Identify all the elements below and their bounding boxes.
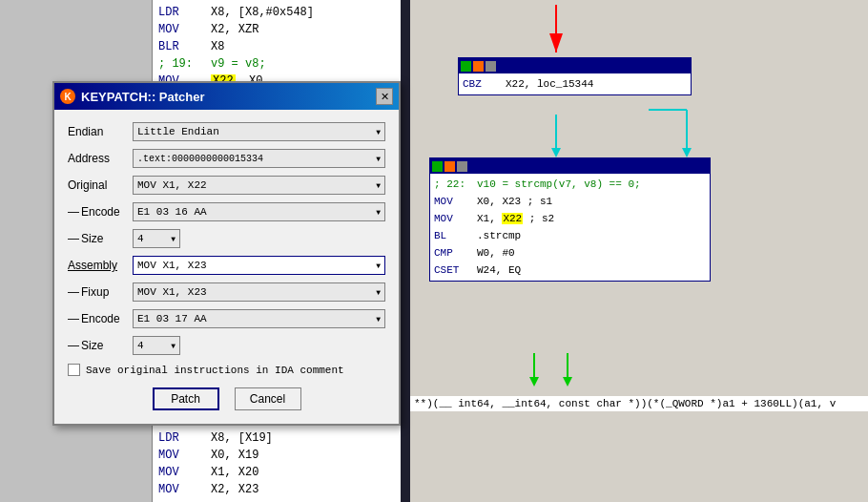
svg-marker-2 <box>551 148 561 157</box>
dialog-title-text: KEYPATCH:: Patcher <box>81 90 205 104</box>
size-dropdown-arrow-2: ▼ <box>171 342 176 350</box>
encode-sublabel-2: Encode <box>81 312 133 325</box>
graph-node-header-1 <box>459 58 691 73</box>
node2-line-cset: CSET W24, EQ <box>434 261 706 279</box>
original-dropdown[interactable]: MOV X1, X22 ▼ <box>133 176 385 195</box>
checkbox-row: Save original instructions in IDA commen… <box>68 364 385 376</box>
node-icon-green2 <box>432 161 443 172</box>
fixup-dropdown[interactable]: MOV X1, X23 ▼ <box>133 282 385 302</box>
save-comment-checkbox[interactable] <box>68 364 80 376</box>
dialog-titlebar: K KEYPATCH:: Patcher ✕ <box>54 83 399 110</box>
graph-area: CBZ X22, loc_15344 ; 22: v10 = strcmp(v7… <box>410 0 868 502</box>
size-sublabel-1: Size <box>81 232 133 245</box>
dialog-title-left: K KEYPATCH:: Patcher <box>60 89 205 104</box>
encode-dropdown-1[interactable]: E1 03 16 AA ▼ <box>133 202 385 221</box>
node2-content: ; 22: v10 = strcmp(v7, v8) == 0; MOV X0,… <box>430 174 710 281</box>
close-button[interactable]: ✕ <box>376 88 393 105</box>
endian-row: Endian Little Endian ▼ <box>68 121 385 142</box>
encode-dropdown-arrow-2: ▼ <box>376 315 381 324</box>
node1-line: CBZ X22, loc_15344 <box>463 75 687 93</box>
code-line: MOV X2, XZR <box>158 21 395 38</box>
size-dropdown-2[interactable]: 4 ▼ <box>133 336 180 355</box>
cancel-button[interactable]: Cancel <box>235 387 301 410</box>
graph-node-header-2 <box>430 158 710 174</box>
bottom-truncated-text: **)(__ int64, __int64, const char *))(*(… <box>410 396 868 411</box>
original-dropdown-arrow: ▼ <box>376 181 381 190</box>
assembly-row: Assembly MOV X1, X23 ▼ <box>68 255 385 276</box>
assembly-input[interactable]: MOV X1, X23 ▼ <box>133 256 385 275</box>
endian-label: Endian <box>68 125 133 138</box>
node-icon-orange <box>473 61 484 72</box>
address-label: Address <box>68 152 133 165</box>
encode-row-1: — Encode E1 03 16 AA ▼ <box>68 201 385 222</box>
encode-dropdown-arrow-1: ▼ <box>376 208 381 217</box>
encode-row-2: — Encode E1 03 17 AA ▼ <box>68 308 385 329</box>
assembly-label: Assembly <box>68 259 133 272</box>
node2-line-comment: ; 22: v10 = strcmp(v7, v8) == 0; <box>434 176 706 193</box>
encode-dash-2: — <box>68 312 81 325</box>
dialog-buttons: Patch Cancel <box>68 387 385 414</box>
encode-sublabel-1: Encode <box>81 205 133 219</box>
encode-dash-1: — <box>68 205 81 219</box>
original-label: Original <box>68 178 133 192</box>
graph-node-2: ; 22: v10 = strcmp(v7, v8) == 0; MOV X0,… <box>429 157 711 282</box>
size-row-1: — Size 4 ▼ <box>68 228 385 249</box>
dialog-body: Endian Little Endian ▼ Address .text:000… <box>54 110 399 424</box>
svg-marker-4 <box>529 377 539 387</box>
size-dropdown-1[interactable]: 4 ▼ <box>133 229 180 248</box>
node-icon-green <box>461 61 471 72</box>
size-row-2: — Size 4 ▼ <box>68 335 385 356</box>
graph-node-1: CBZ X22, loc_15344 <box>458 57 692 95</box>
size-dash-1: — <box>68 232 81 245</box>
svg-marker-9 <box>682 148 692 157</box>
code-line: MOV X0, X19 <box>158 447 395 464</box>
top-code-section: LDR X8, [X8,#0x548] MOV X2, XZR BLR X8 ;… <box>153 0 401 94</box>
node2-line-bl: BL .strcmp <box>434 227 706 244</box>
encode-dropdown-2[interactable]: E1 03 17 AA ▼ <box>133 309 385 328</box>
patch-button[interactable]: Patch <box>153 387 219 410</box>
original-row: Original MOV X1, X22 ▼ <box>68 175 385 196</box>
node1-content: CBZ X22, loc_15344 <box>459 73 691 94</box>
size-sublabel-2: Size <box>81 339 133 352</box>
fixup-dropdown-arrow: ▼ <box>376 288 381 297</box>
code-line: LDR X8, [X19] <box>158 429 395 447</box>
checkbox-label: Save original instructions in IDA commen… <box>86 365 344 376</box>
node2-line-mov1: MOV X0, X23 ; s1 <box>434 193 706 210</box>
address-dropdown-arrow: ▼ <box>376 155 381 163</box>
node-icon-orange2 <box>444 161 455 172</box>
code-line: ; 19: v9 = v8; <box>158 55 395 73</box>
node2-line-cmp: CMP W0, #0 <box>434 244 706 261</box>
node-icon-gray <box>486 61 496 72</box>
code-line: BLR X8 <box>158 38 395 55</box>
code-line: LDR X8, [X8,#0x548] <box>158 4 395 21</box>
code-line: MOV X2, X23 <box>158 481 395 498</box>
fixup-row: — Fixup MOV X1, X23 ▼ <box>68 282 385 303</box>
keypatch-icon: K <box>60 89 75 104</box>
svg-marker-6 <box>563 377 572 387</box>
node2-line-mov2: MOV X1, X22 ; s2 <box>434 210 706 227</box>
fixup-sublabel: Fixup <box>81 285 133 299</box>
size-dash-2: — <box>68 339 81 352</box>
assembly-dropdown-arrow: ▼ <box>376 261 381 270</box>
node-icon-gray2 <box>457 161 467 172</box>
size-dropdown-arrow-1: ▼ <box>171 235 176 243</box>
endian-dropdown[interactable]: Little Endian ▼ <box>133 122 385 141</box>
keypatch-dialog: K KEYPATCH:: Patcher ✕ Endian Little End… <box>52 81 401 426</box>
fixup-dash: — <box>68 285 81 299</box>
code-line: MOV X1, X20 <box>158 464 395 481</box>
address-row: Address .text:0000000000015334 ▼ <box>68 148 385 169</box>
address-dropdown[interactable]: .text:0000000000015334 ▼ <box>133 149 385 168</box>
endian-dropdown-arrow: ▼ <box>376 128 381 136</box>
